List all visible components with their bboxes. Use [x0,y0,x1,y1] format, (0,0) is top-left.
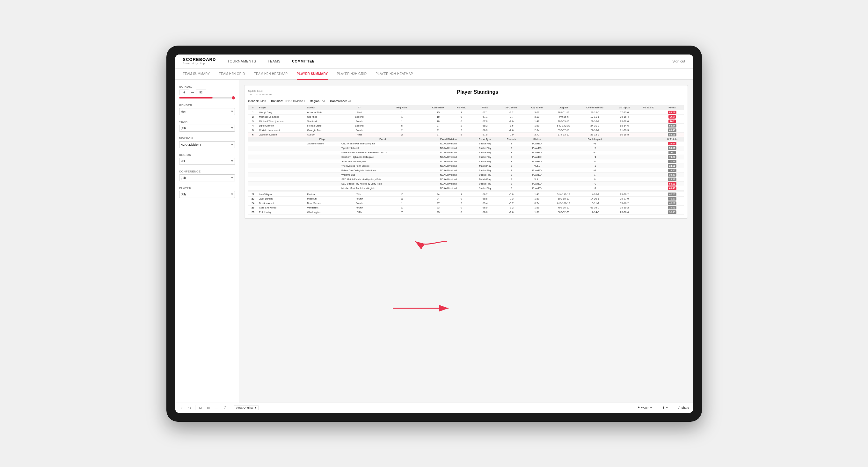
event-detail-row[interactable]: Mirobel Maui Jim Intercollegiate NCAA Di… [248,186,684,190]
cell-vs25: 17-23-0 [612,110,637,115]
cell-vs50 [637,132,661,137]
col-overall: Overall Record [578,105,612,110]
logo-title: SCOREBOARD [183,57,216,62]
cell-conf-rank: 15 [425,110,451,115]
cell-player: Luke Clanton [258,123,306,128]
cell-points[interactable]: 60.94 [661,123,683,128]
table-row[interactable]: 5 Christo Lamprecht Georgia Tech Fourth … [248,128,684,132]
toolbar-undo[interactable]: ↩ [179,405,185,411]
cell-avg-to-par: 1.98 [524,123,550,128]
cell-vs50 [637,123,661,128]
player-select[interactable]: (All) [179,191,235,198]
gender-select[interactable]: Men Women [179,108,235,115]
table-row[interactable]: 24 Bastien Amat New Mexico Fourth 1 27 2… [248,201,684,205]
cell-adj-score: -2.0 [499,119,524,123]
sub-nav-player-summary[interactable]: PLAYER SUMMARY [297,69,328,80]
event-detail-row[interactable]: SEC Stroke Play hosted by Jerry Pate NCA… [248,181,684,186]
event-detail-row[interactable]: Fallen Oak Collegiate Invitational NCAA … [248,168,684,173]
region-select[interactable]: N/A [179,158,235,165]
cell-avg-to-par: 3.07 [524,110,550,115]
table-row[interactable]: 23 Jack Lundin Missouri Fourth 11 24 0 6… [248,196,684,201]
table-row[interactable]: 3 Michael Thorbjornsen Stanford Fourth 1… [248,119,684,123]
event-detail-row[interactable]: Williams Cup NCAA Division I Stroke Play… [248,173,684,177]
year-label: Year [179,120,235,123]
logo-sub: Powered by clippi [183,62,216,65]
standings-header: Update time: 27/01/2024 16:56:26 Player … [248,89,684,96]
col-wins: Wins [472,105,499,110]
cell-no-rds: 1 [451,110,472,115]
division-select[interactable]: NCAA Division I [179,141,235,148]
toolbar-redo[interactable]: ↪ [187,405,192,411]
filter-summary-conference: Conference: All [330,99,351,103]
cell-vs25: 61-20-3 [612,128,637,132]
region-label: Region [179,153,235,157]
event-detail-row[interactable]: Jackson Kolson UNCW Seahawk Intercollegi… [248,141,684,146]
eye-icon: 👁 [637,406,640,409]
cell-avg-to-par: 1.47 [524,119,550,123]
sub-nav-team-h2h-heatmap[interactable]: TEAM H2H HEATMAP [254,69,288,80]
no-rds-slider[interactable] [179,97,235,98]
no-rds-min-input[interactable] [179,90,189,95]
table-row[interactable]: 1 Wenyi Ding Arizona State First 1 15 1 … [248,110,684,115]
toolbar-paste[interactable]: ⊞ [206,405,211,411]
table-row[interactable]: 6 Jackson Kolson Auburn First 2 27 5 87.… [248,132,684,137]
cell-points[interactable]: 58.18 [661,132,683,137]
download-icon: ⬇ [662,406,665,409]
cell-yr: Fourth [340,128,379,132]
table-row[interactable]: 4 Luke Clanton Florida State Second 5 27… [248,123,684,128]
col-adj-score: Adj. Score [499,105,524,110]
table-row[interactable]: 26 Petr Hruby Washington Fifth 7 23 0 68… [248,210,684,214]
filter-conference: Conference (All) [179,170,235,181]
col-no-rds: No Rds. [451,105,472,110]
sub-nav-player-h2h-grid[interactable]: PLAYER H2H GRID [337,69,367,80]
sub-nav-team-h2h-grid[interactable]: TEAM H2H GRID [219,69,245,80]
col-school: School [306,105,340,110]
toolbar-view-button[interactable]: View: Original ▾ [234,405,258,410]
cell-points[interactable]: 70.2 [661,119,683,123]
nav-bar: SCOREBOARD Powered by clippi TOURNAMENTS… [175,55,693,68]
no-rds-slider-fill [179,97,213,98]
nav-item-committee[interactable]: COMMITTEE [291,59,316,63]
event-detail-row[interactable]: The Cypress Point Classic NCAA Division … [248,163,684,168]
sign-out-link[interactable]: Sign out [672,59,685,63]
filter-year: Year (All) [179,120,235,132]
cell-rank: 6 [248,132,258,137]
standings-card: Update time: 27/01/2024 16:56:26 Player … [244,85,688,219]
chevron-down-icon: ▾ [255,406,256,409]
nav-item-tournaments[interactable]: TOURNAMENTS [226,59,257,63]
col-player: Player [258,105,306,110]
conference-select[interactable]: (All) [179,175,235,181]
cell-player: Michael Thorbjornsen [258,119,306,123]
toolbar-watch[interactable]: 👁 Watch ▾ [637,406,652,409]
table-row[interactable]: 22 Ian Gilligan Florida Third 10 24 1 68… [248,192,684,196]
cell-school: Florida State [306,123,340,128]
toolbar-copy[interactable]: ⧉ [198,405,203,411]
cell-avg-to-par: 2.72 [524,132,550,137]
table-row[interactable]: 2 Michael La Sasso Ole Miss Second 1 18 … [248,115,684,119]
event-detail-row[interactable]: Tiger Invitational NCAA Division I Strok… [248,146,684,150]
cell-points[interactable]: 88.27 [661,110,683,115]
cell-avg-sg: 547-142-38 [550,123,578,128]
event-detail-row[interactable]: Amer An Intercollegiate NCAA Division I … [248,159,684,163]
toolbar-download[interactable]: ⬇ ▾ [662,406,668,409]
sub-nav: TEAM SUMMARY TEAM H2H GRID TEAM H2H HEAT… [175,68,693,80]
cell-points[interactable]: 76.3 [661,115,683,119]
event-detail-row[interactable]: Wake Forest Invitational at Pinehurst No… [248,150,684,155]
filter-summary-gender: Gender: Men [248,99,266,103]
toolbar-share[interactable]: ⤴ Share [678,406,689,409]
sub-nav-player-h2h-heatmap[interactable]: PLAYER H2H HEATMAP [375,69,413,80]
toolbar-clock[interactable]: ⏱ [222,405,228,410]
no-rds-max-input[interactable] [196,90,206,95]
table-row[interactable]: 25 Cole Sherwood Vanderbilt Fourth 12 23… [248,205,684,210]
filter-summary-row: Gender: Men Division: NCAA Division I Re… [248,99,684,103]
sub-nav-team-summary[interactable]: TEAM SUMMARY [183,69,210,80]
event-detail-row[interactable]: SEC Match Play hosted by Jerry Pate NCAA… [248,177,684,181]
toolbar-dash[interactable]: — [214,405,220,410]
cell-overall: 19-11-1 [578,115,612,119]
sidebar: No Rds. — Gender [175,80,239,403]
year-select[interactable]: (All) [179,125,235,132]
event-detail-row[interactable]: Southern Highlands Collegiate NCAA Divis… [248,155,684,159]
filter-summary-region: Region: All [310,99,325,103]
cell-points[interactable]: 60.49 [661,128,683,132]
nav-item-teams[interactable]: TEAMS [267,59,282,63]
